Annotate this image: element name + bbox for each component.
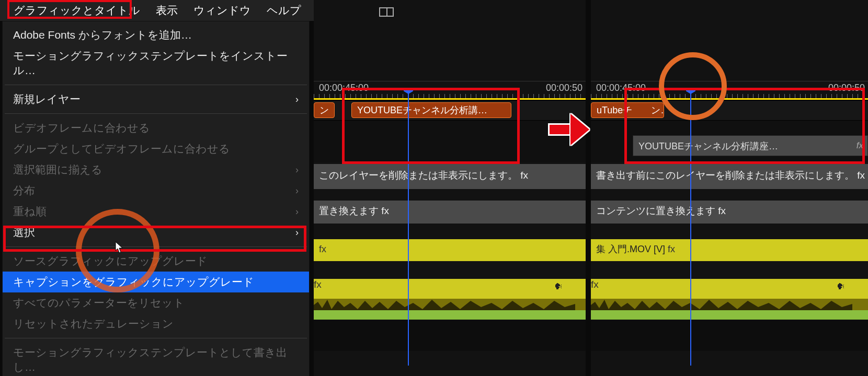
work-area-bar[interactable]	[591, 98, 868, 100]
timeline-empty-area	[314, 320, 586, 351]
menu-upgrade-caption-to-graphic[interactable]: キャプションをグラフィックにアップグレード	[3, 272, 309, 292]
caption-track[interactable]: ン YOUTUBEチャンネル分析講…	[314, 100, 586, 120]
timeline-panel-before: 00:00:45:00 00:00:50 ン YOUTUBEチャンネル分析講… …	[314, 0, 586, 376]
menu-export-as-mogrt: モーショングラフィックステンプレートとして書き出し…	[3, 342, 309, 376]
caption-clip-trunc[interactable]: uTubeチ ン…	[591, 102, 664, 118]
clip-label: このレイヤーを削除または非表示にします。	[319, 170, 518, 181]
track-gap	[591, 261, 868, 279]
clip-label: 集 入門.MOV [V]	[596, 244, 665, 254]
chevron-right-icon: ›	[295, 185, 299, 196]
menu-label: 選択範囲に揃える	[13, 162, 102, 177]
menu-distribute: 分布 ›	[3, 180, 309, 201]
chevron-right-icon: ›	[295, 94, 299, 105]
graphics-menu-dropdown: Adobe Fonts からフォントを追加… モーショングラフィックステンプレー…	[2, 21, 310, 376]
fx-badge: fx	[591, 279, 599, 290]
chevron-right-icon: ›	[295, 164, 299, 175]
fx-badge: fx	[668, 244, 675, 254]
waveform-icon	[314, 298, 575, 310]
audio-track-clip[interactable]: 🗣 fx	[314, 279, 586, 310]
menubar-item-graphics[interactable]: グラフィックとタイトル	[14, 3, 140, 18]
waveform-icon	[591, 298, 852, 310]
graphics-track-clip[interactable]: コンテンツに置き換えます fx	[591, 201, 868, 224]
menu-label: 選択	[13, 225, 35, 240]
fx-badge: fx	[381, 205, 389, 216]
menu-reset-duration: リセットされたデュレーション	[3, 313, 309, 334]
track-gap	[314, 261, 586, 279]
playhead[interactable]	[690, 89, 691, 366]
track-gap	[314, 189, 586, 201]
graphics-track-clip[interactable]: このレイヤーを削除または非表示にします。 fx	[314, 164, 586, 189]
menu-label: 重ね順	[13, 204, 47, 219]
menu-separator	[5, 85, 307, 85]
clip-label: 置き換えます	[319, 205, 379, 216]
fx-badge: fx	[856, 137, 863, 154]
video-track-clip[interactable]: 集 入門.MOV [V] fx	[591, 239, 868, 261]
clip-label: YOUTUBEチャンネル分析講座…	[638, 141, 778, 151]
menubar-item-view[interactable]: 表示	[156, 3, 178, 18]
fx-badge: fx	[314, 279, 322, 290]
audio-track-clip[interactable]: 🗣 fx	[591, 279, 868, 310]
playhead[interactable]	[408, 89, 409, 366]
audio-track-clip-2[interactable]	[314, 310, 586, 320]
time-ruler[interactable]: 00:00:45:00 00:00:50	[591, 81, 868, 99]
menu-separator	[5, 113, 307, 114]
track-gap	[591, 224, 868, 239]
video-track-empty[interactable]	[314, 120, 586, 162]
menu-align-selection: 選択範囲に揃える ›	[3, 159, 309, 180]
menu-arrange: 重ね順 ›	[3, 201, 309, 222]
menu-new-layer[interactable]: 新規レイヤー ›	[3, 89, 309, 110]
ruler-ticks	[591, 94, 868, 98]
menu-separator	[5, 338, 307, 338]
caption-clip-prev[interactable]: ン	[314, 102, 335, 118]
menubar-item-help[interactable]: ヘルプ	[267, 3, 301, 18]
video-track-clip[interactable]: fx	[314, 239, 586, 261]
menubar: グラフィックとタイトル 表示 ウィンドウ ヘルプ	[0, 0, 314, 21]
menu-upgrade-source-graphic: ソースグラフィックにアップグレード	[3, 251, 309, 272]
video-track[interactable]: YOUTUBEチャンネル分析講座… fx	[591, 120, 868, 162]
clip-label: コンテンツに置き換えます	[596, 205, 715, 216]
track-gap	[591, 189, 868, 201]
menu-fit-group-video-frame: グループとしてビデオフレームに合わせる	[3, 138, 309, 159]
fx-badge: fx	[520, 170, 528, 181]
menu-fit-video-frame: ビデオフレームに合わせる	[3, 118, 309, 138]
timeline-empty-area	[591, 320, 868, 351]
clip-label: 書き出す前にこのレイヤーを削除または非表示にします。	[596, 170, 854, 181]
track-gap	[314, 224, 586, 239]
chevron-right-icon: ›	[295, 227, 299, 238]
fx-badge: fx	[718, 205, 726, 216]
menu-label: 新規レイヤー	[13, 92, 81, 107]
timecode-label: 00:00:45:00	[596, 83, 646, 93]
timecode-label: 00:00:45:00	[319, 83, 369, 93]
voice-icon: 🗣	[554, 282, 563, 291]
ruler-ticks	[314, 94, 586, 98]
graphics-track-clip[interactable]: 書き出す前にこのレイヤーを削除または非表示にします。 fx	[591, 164, 868, 189]
caption-track[interactable]: uTubeチ ン…	[591, 100, 868, 120]
time-ruler[interactable]: 00:00:45:00 00:00:50	[314, 81, 586, 99]
menu-label: 分布	[13, 183, 35, 198]
menu-add-adobe-fonts[interactable]: Adobe Fonts からフォントを追加…	[3, 25, 309, 45]
menu-select[interactable]: 選択 ›	[3, 222, 309, 243]
fx-badge: fx	[319, 244, 326, 254]
chevron-right-icon: ›	[295, 206, 299, 217]
menu-separator	[5, 246, 307, 247]
timecode-label: 00:00:50	[546, 83, 583, 93]
menu-reset-all-params: すべてのパラメーターをリセット	[3, 292, 309, 313]
work-area-bar[interactable]	[314, 98, 586, 100]
caption-clip[interactable]: YOUTUBEチャンネル分析講…	[351, 102, 511, 118]
graphics-track-clip[interactable]: 置き換えます fx	[314, 201, 586, 224]
timeline-panel-after: 00:00:45:00 00:00:50 uTubeチ ン… YOUTUBEチャ…	[591, 0, 868, 376]
panel-layout-icon[interactable]	[379, 7, 394, 17]
upgraded-graphic-clip[interactable]: YOUTUBEチャンネル分析講座… fx	[633, 135, 868, 156]
fx-badge: fx	[857, 170, 865, 181]
voice-icon: 🗣	[837, 282, 845, 291]
timecode-label: 00:00:50	[828, 83, 865, 93]
menubar-item-window[interactable]: ウィンドウ	[193, 3, 251, 18]
audio-track-clip-2[interactable]	[591, 310, 868, 320]
menu-install-mogrt[interactable]: モーショングラフィックステンプレートをインストール…	[3, 45, 309, 81]
